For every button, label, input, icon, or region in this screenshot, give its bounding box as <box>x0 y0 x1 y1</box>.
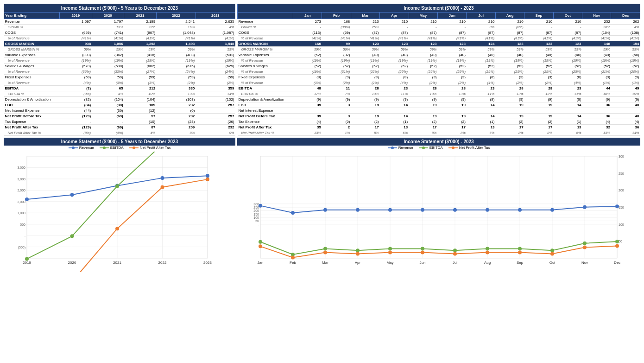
data-cell: (108) <box>611 30 640 36</box>
data-cell: 19 <box>495 102 524 108</box>
data-cell: (41%) <box>322 36 351 41</box>
data-cell: 28 <box>438 86 467 91</box>
data-cell: (27%) <box>124 69 157 75</box>
data-cell: 19 <box>438 102 467 108</box>
row-label-cell: % of Revenue <box>4 80 60 86</box>
data-cell: 19 <box>524 102 553 108</box>
data-cell: (52) <box>467 64 495 69</box>
svg-text:-: - <box>25 234 26 237</box>
svg-text:100: 100 <box>619 223 624 226</box>
data-cell: 209 <box>156 125 196 130</box>
data-cell: 4% <box>611 25 640 30</box>
row-label-cell: GROSS MARGIN <box>238 41 293 47</box>
data-cell: 36 <box>582 114 611 119</box>
svg-point-105 <box>453 208 457 212</box>
data-cell: (10) <box>124 119 157 125</box>
data-cell: (38%) <box>322 25 351 30</box>
data-cell: 17 <box>351 125 379 130</box>
row-label-cell: EBITDA % <box>4 91 60 97</box>
table-row: % of Revenue(3%)(2%)(2%)(4%)(2%)(2%)(4%)… <box>238 80 640 86</box>
data-cell: (4%) <box>467 80 495 86</box>
data-cell: 123 <box>380 41 409 47</box>
data-cell: (2%) <box>196 80 235 86</box>
svg-point-111 <box>259 240 262 244</box>
table-row: EBITDA %17%7%13%11%13%13%11%13%13%11%18%… <box>238 91 640 97</box>
data-cell: (2) <box>60 86 92 91</box>
svg-point-134 <box>615 244 619 248</box>
svg-point-106 <box>486 208 489 212</box>
data-cell: 11% <box>380 91 409 97</box>
data-cell: 48 <box>293 86 322 91</box>
data-cell: (9) <box>553 97 582 102</box>
row-label-cell: Net Profit After Tax <box>4 125 60 130</box>
table-row: Net Profit After Tax %(8%)(4%)4%8%9% <box>4 130 235 136</box>
data-cell: (25%) <box>351 69 379 75</box>
data-cell: 273 <box>293 19 322 25</box>
data-cell: 13 <box>380 125 409 130</box>
data-cell: 97 <box>124 114 157 119</box>
table-row: % of Revenue(19%)(19%)(19%)(19%)(19%) <box>4 58 235 64</box>
data-cell: 13 <box>467 125 495 130</box>
data-cell: (4%) <box>553 80 582 86</box>
svg-point-1 <box>72 146 75 149</box>
data-cell: 11 <box>322 86 351 91</box>
svg-point-47 <box>206 178 209 181</box>
data-cell: 14% <box>611 130 640 136</box>
data-cell: (9) <box>467 97 495 102</box>
data-cell: 257 <box>196 114 235 119</box>
data-cell: 262 <box>611 19 640 25</box>
right-col-nov: Nov <box>582 13 611 19</box>
legend-revenue: Revenue <box>69 146 94 150</box>
data-cell: (907) <box>124 30 157 36</box>
data-cell: 59% <box>582 47 611 52</box>
data-cell: 65 <box>92 86 124 91</box>
data-cell: 148 <box>582 41 611 47</box>
table-row: Salaries & Wages(52)(52)(52)(52)(52)(52)… <box>238 64 640 69</box>
data-cell: (19%) <box>156 58 196 64</box>
data-cell: 28 <box>495 86 524 91</box>
data-cell: 4% <box>124 130 157 136</box>
svg-text:-: - <box>258 223 259 226</box>
table-row: % of Revenue(41%)(41%)(41%)(41%)(41%) <box>4 36 235 41</box>
table-row: Net Profit After Tax(129)(69)87209232 <box>4 125 235 130</box>
data-cell: (104) <box>582 30 611 36</box>
svg-text:3,000: 3,000 <box>17 178 25 181</box>
right-legend-netprofit: Net Profit After Tax <box>448 146 490 150</box>
data-cell: 17 <box>495 125 524 130</box>
data-cell: 13% <box>495 91 524 97</box>
svg-text:Apr: Apr <box>355 261 361 265</box>
svg-point-46 <box>161 185 164 189</box>
table-row: % of Revenue(36%)(33%)(27%)(24%)(24%) <box>4 69 235 75</box>
data-cell: 2,541 <box>156 19 196 25</box>
row-label-cell: Net Profit After Tax <box>238 125 293 130</box>
data-cell: (0%) <box>495 25 524 30</box>
svg-point-127 <box>388 251 392 255</box>
data-cell: (102) <box>196 97 235 102</box>
data-cell: (87) <box>495 30 524 36</box>
data-cell: (59) <box>124 75 157 80</box>
right-table-header: Jan Feb Mar Apr May Jun Jul Aug Sep Oct … <box>238 13 640 19</box>
data-cell: (8) <box>380 75 409 80</box>
data-cell: 210 <box>409 19 437 25</box>
col-2023: 2023 <box>196 13 235 19</box>
svg-text:2,000: 2,000 <box>17 200 25 204</box>
table-row: Revenue1,5971,7972,1992,5412,635 <box>4 19 235 25</box>
row-label-cell: % of Revenue <box>238 36 293 41</box>
data-cell: - <box>60 119 92 125</box>
data-cell: - <box>380 108 409 114</box>
table-row: GROSS MARGIN %59%59%59%59%59% <box>4 47 235 52</box>
data-cell: (1,048) <box>156 30 196 36</box>
data-cell: (41%) <box>495 36 524 41</box>
data-cell: (59) <box>92 75 124 80</box>
svg-point-49 <box>391 146 394 149</box>
data-cell: 59% <box>467 47 495 52</box>
table-row: Revenue273168210210210210210210210210252… <box>238 19 640 25</box>
svg-text:Aug: Aug <box>484 261 491 265</box>
right-legend-revenue-label: Revenue <box>398 146 413 150</box>
data-cell: (501) <box>196 52 235 58</box>
row-label-cell: Net Profit After Tax % <box>4 130 60 136</box>
data-cell: (659) <box>60 30 92 36</box>
data-cell: (104) <box>124 97 157 102</box>
data-cell: 4% <box>92 91 124 97</box>
row-label-cell: Fixed Expenses <box>238 75 293 80</box>
